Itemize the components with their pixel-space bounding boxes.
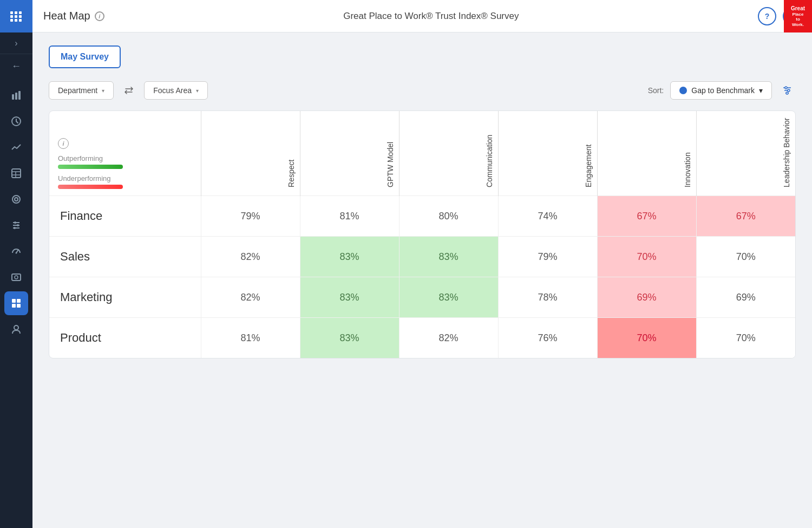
data-cell: 78% <box>498 277 597 318</box>
underperforming-legend: Underperforming <box>58 174 192 189</box>
sidebar-nav <box>0 78 32 347</box>
data-cell: 67% <box>597 196 696 237</box>
data-cell: 76% <box>498 318 597 358</box>
data-cell: 81% <box>201 318 300 358</box>
sidebar-item-gauge[interactable] <box>4 239 28 263</box>
swap-filters-button[interactable] <box>120 82 137 99</box>
svg-point-19 <box>15 276 18 279</box>
svg-rect-18 <box>12 274 21 281</box>
svg-rect-21 <box>17 299 21 303</box>
outperforming-legend: Outperforming <box>58 154 192 169</box>
page-title: Heat Map i <box>43 10 104 22</box>
sidebar-item-analytics[interactable] <box>4 135 28 159</box>
heatmap-info-icon[interactable]: i <box>95 11 104 21</box>
svg-point-29 <box>785 87 787 89</box>
data-cell: 70% <box>597 318 696 358</box>
sort-label: Sort: <box>648 86 664 95</box>
user-icon <box>11 324 22 335</box>
gauge-icon <box>11 246 22 257</box>
svg-rect-0 <box>12 94 14 100</box>
sort-chevron-icon: ▾ <box>759 86 763 95</box>
svg-point-30 <box>788 89 790 92</box>
table-header-row: i Outperforming Underperforming Resp <box>49 111 795 196</box>
outperforming-label: Outperforming <box>58 154 192 162</box>
svg-point-8 <box>12 195 20 203</box>
col-header-leadership: Leadership Behavior <box>696 111 795 196</box>
table-icon <box>11 168 22 179</box>
dept-name-cell: Marketing <box>49 277 201 318</box>
filter-settings-button[interactable] <box>778 82 796 99</box>
learning-icon <box>11 194 22 205</box>
data-cell: 83% <box>399 237 498 277</box>
sidebar-item-heatmap[interactable] <box>4 291 28 315</box>
data-cell: 70% <box>696 318 795 358</box>
survey-selector-button[interactable]: May Survey <box>49 45 121 68</box>
sidebar-item-sliders[interactable] <box>4 213 28 237</box>
focus-area-label: Focus Area <box>153 86 192 95</box>
data-cell: 69% <box>696 277 795 318</box>
data-cell: 79% <box>201 196 300 237</box>
app-logo[interactable] <box>0 0 32 32</box>
chevron-right-icon: › <box>15 38 17 48</box>
help-button[interactable]: ? <box>758 7 776 25</box>
underperforming-bar <box>58 185 123 189</box>
sidebar-item-back[interactable]: ← <box>0 54 32 78</box>
data-cell: 83% <box>300 237 399 277</box>
data-cell: 67% <box>696 196 795 237</box>
col-header-innovation: Innovation <box>597 111 696 196</box>
reports-icon <box>11 90 22 101</box>
gptw-line2: Place <box>793 12 804 17</box>
gptw-line3: to <box>796 17 800 22</box>
department-label: Department <box>58 86 97 95</box>
data-cell: 69% <box>597 277 696 318</box>
sidebar-expand-button[interactable]: › <box>0 32 32 54</box>
sidebar-item-user[interactable] <box>4 317 28 341</box>
data-cell: 82% <box>201 277 300 318</box>
gptw-line4: Work. <box>792 22 804 28</box>
data-cell: 81% <box>300 196 399 237</box>
svg-rect-23 <box>17 304 21 308</box>
sidebar: › ← <box>0 0 32 528</box>
legend-info-icon[interactable]: i <box>58 138 69 149</box>
svg-point-17 <box>16 252 17 254</box>
topbar: Heat Map i Great Place to Work® Trust In… <box>32 0 812 32</box>
svg-rect-22 <box>12 304 16 308</box>
sidebar-item-table[interactable] <box>4 161 28 185</box>
filters-row: Department ▾ Focus Area ▾ Sort: Gap to B… <box>49 81 796 100</box>
data-cell: 74% <box>498 196 597 237</box>
gptw-line1: Great <box>791 5 805 12</box>
svg-rect-4 <box>12 169 21 178</box>
svg-point-14 <box>17 224 19 226</box>
data-cell: 83% <box>300 318 399 358</box>
sidebar-item-reports[interactable] <box>4 83 28 107</box>
heatmap-body: Finance79%81%80%74%67%67%Sales82%83%83%7… <box>49 196 795 358</box>
sort-dropdown[interactable]: Gap to Benchmark ▾ <box>670 81 772 100</box>
focus-area-filter[interactable]: Focus Area ▾ <box>144 81 208 100</box>
svg-point-15 <box>14 227 16 229</box>
sliders-icon <box>11 220 22 231</box>
media-icon <box>11 272 22 283</box>
svg-rect-2 <box>18 91 21 100</box>
heatmap-container: i Outperforming Underperforming Resp <box>49 110 796 358</box>
sidebar-item-history[interactable] <box>4 109 28 133</box>
svg-point-24 <box>14 325 18 330</box>
col-header-communication: Communication <box>399 111 498 196</box>
data-cell: 83% <box>300 277 399 318</box>
table-row: Product81%83%82%76%70%70% <box>49 318 795 358</box>
svg-rect-1 <box>15 93 17 100</box>
table-row: Sales82%83%83%79%70%70% <box>49 237 795 277</box>
data-cell: 70% <box>597 237 696 277</box>
gptw-logo: Great Place to Work. <box>784 0 812 32</box>
department-filter[interactable]: Department ▾ <box>49 81 114 100</box>
department-chevron-icon: ▾ <box>102 88 104 94</box>
svg-point-13 <box>14 221 16 224</box>
swap-icon <box>123 85 134 96</box>
dept-name-cell: Sales <box>49 237 201 277</box>
focus-area-chevron-icon: ▾ <box>196 88 199 94</box>
sidebar-item-learning[interactable] <box>4 187 28 211</box>
table-row: Marketing82%83%83%78%69%69% <box>49 277 795 318</box>
gptw-logo-container: Great Place to Work. <box>784 0 812 32</box>
sidebar-item-media[interactable] <box>4 265 28 289</box>
table-row: Finance79%81%80%74%67%67% <box>49 196 795 237</box>
data-cell: 80% <box>399 196 498 237</box>
